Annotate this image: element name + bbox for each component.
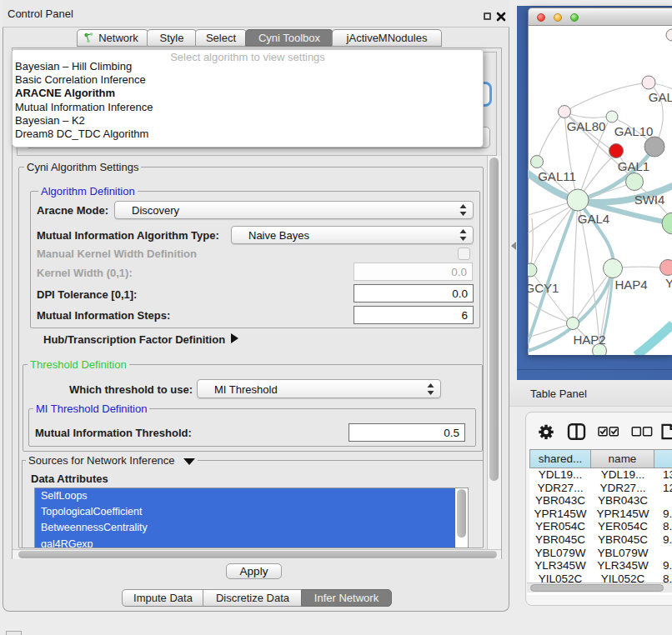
svg-text:GCY1: GCY1 — [528, 281, 559, 295]
svg-text:GAL10: GAL10 — [614, 124, 654, 138]
svg-text:HAP2: HAP2 — [573, 332, 605, 347]
svg-text:SWI4: SWI4 — [634, 192, 665, 207]
svg-text:Y: Y — [665, 276, 672, 290]
svg-text:GAL4: GAL4 — [578, 212, 609, 226]
svg-text:HAP4: HAP4 — [614, 278, 647, 292]
svg-text:GAL80: GAL80 — [567, 119, 606, 133]
svg-text:GAL1: GAL1 — [618, 159, 649, 173]
svg-text:GAL7: GAL7 — [649, 90, 672, 104]
svg-text:GAL11: GAL11 — [538, 169, 576, 183]
